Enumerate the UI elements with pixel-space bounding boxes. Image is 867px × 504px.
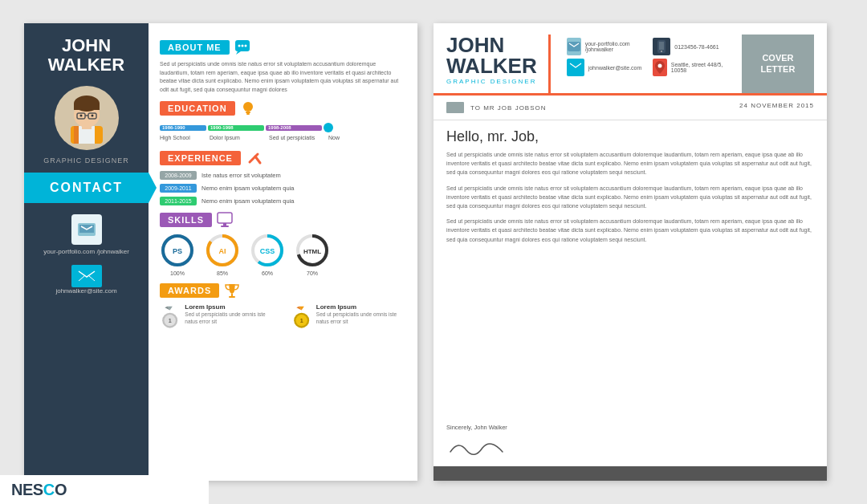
skill-ai-pct: 85% <box>217 270 228 276</box>
cover-email-icon <box>567 59 584 76</box>
exp-year-3: 2011-2015 <box>160 197 197 205</box>
cover-phone: 0123456-78-4661 <box>653 38 726 55</box>
cover-contact-grid: your-portfolio.com /johnwalker 0123456-7… <box>559 35 734 93</box>
signature <box>446 436 814 460</box>
education-label: EDUCATION <box>160 101 235 116</box>
mail-icon <box>71 265 102 287</box>
edu-label-3: Sed ut perspiciatis <box>269 135 325 140</box>
svg-point-22 <box>243 102 253 112</box>
experience-header: EXPERIENCE <box>160 150 406 166</box>
cover-address: Seattle, street 448/5, 10058 <box>653 59 726 76</box>
awards-header: AWARDS <box>160 282 406 299</box>
trophy-icon <box>224 282 240 299</box>
monitor-icon <box>217 212 234 228</box>
cover-address-icon <box>653 59 666 76</box>
svg-rect-6 <box>74 104 100 110</box>
svg-rect-28 <box>223 223 226 226</box>
resume-document: JOHN WALKER <box>24 23 417 481</box>
portfolio-text: your-portfolio.com /johnwalker <box>43 248 129 255</box>
education-timeline: 1986-1990 1990-1998 1998-2008 High Sch <box>160 123 406 144</box>
cover-greeting: Hello, mr. Job, <box>434 120 827 150</box>
skill-ai: AI 85% <box>205 233 240 276</box>
awards-list: 1 Lorem Ipsum Sed ut perspiciatis unde o… <box>160 303 406 332</box>
svg-marker-18 <box>236 51 241 55</box>
edu-label-1: High School <box>160 135 206 140</box>
award-1-desc: Sed ut perspiciatis unde omnis iste natu… <box>185 311 275 325</box>
award-2-title: Lorem Ipsum <box>316 303 406 311</box>
exp-year-2: 2009-2011 <box>160 184 197 193</box>
skill-html: HTML 70% <box>295 233 330 276</box>
svg-rect-42 <box>231 294 233 296</box>
cover-name: JOHN WALKER <box>446 35 537 76</box>
exp-text-1: Iste natus error sit voluptatem <box>201 172 281 179</box>
svg-rect-43 <box>229 296 235 298</box>
cover-letter-badge: COVER LETTER <box>742 35 814 93</box>
svg-point-20 <box>241 45 243 47</box>
portfolio-icon <box>71 214 102 245</box>
exp-text-3: Nemo enim ipsam voluptatem quia <box>201 197 294 205</box>
cover-meta: TO MR JOB JOBSON 24 NOVEMBER 2015 <box>434 96 827 120</box>
svg-text:CSS: CSS <box>260 247 275 255</box>
svg-rect-24 <box>246 113 250 115</box>
cover-body: Sed ut perspiciatis unde omnis iste natu… <box>434 150 827 421</box>
resume-sidebar: JOHN WALKER <box>24 23 149 481</box>
email-contact: johnwalker@site.com <box>55 265 116 295</box>
skills-header: SKILLS <box>160 212 406 228</box>
cover-name-block: JOHN WALKER GRAPHIC DESIGNER <box>446 35 551 93</box>
resume-name: JOHN WALKER <box>42 36 131 75</box>
award-2: 1 Lorem Ipsum Sed ut perspiciatis unde o… <box>291 303 407 332</box>
svg-point-11 <box>91 115 93 117</box>
cover-para-2: Sed ut perspiciatis unde omnis iste natu… <box>446 184 814 211</box>
svg-text:1: 1 <box>169 318 172 324</box>
svg-line-26 <box>255 156 260 163</box>
exp-row-3: 2011-2015 Nemo enim ipsam voluptatem qui… <box>160 197 406 205</box>
skill-css-pct: 60% <box>262 270 273 276</box>
cover-header: JOHN WALKER GRAPHIC DESIGNER your-portfo… <box>434 23 827 96</box>
cover-para-3: Sed ut perspiciatis unde omnis iste natu… <box>446 217 814 244</box>
skill-ps-pct: 100% <box>170 270 185 276</box>
svg-point-10 <box>79 115 82 117</box>
award-medal-2: 1 <box>291 303 311 332</box>
skill-css: CSS 60% <box>250 233 285 276</box>
about-text: Sed ut perspiciatis unde omnis iste natu… <box>160 60 406 94</box>
sidebar-title: GRAPHIC DESIGNER <box>43 156 129 165</box>
portfolio-contact: your-portfolio.com /johnwalker <box>43 214 129 255</box>
svg-rect-27 <box>218 213 232 223</box>
svg-rect-29 <box>221 226 229 227</box>
svg-point-21 <box>244 45 246 47</box>
cover-date: 24 NOVEMBER 2015 <box>739 102 814 113</box>
svg-text:PS: PS <box>173 247 182 255</box>
svg-text:1: 1 <box>299 318 303 324</box>
award-1: 1 Lorem Ipsum Sed ut perspiciatis unde o… <box>160 303 275 332</box>
svg-text:AI: AI <box>219 247 226 255</box>
cover-portfolio: your-portfolio.com /johnwalker <box>567 38 642 55</box>
exp-row-1: 2008-2009 Iste natus error sit voluptate… <box>160 171 406 180</box>
edu-label-4: Now <box>328 135 344 140</box>
svg-point-19 <box>238 45 240 47</box>
about-label: ABOUT ME <box>160 40 230 55</box>
award-1-title: Lorem Ipsum <box>185 303 275 311</box>
cover-portfolio-icon <box>567 38 581 55</box>
tools-icon <box>246 150 263 166</box>
svg-line-15 <box>79 276 84 281</box>
awards-label: AWARDS <box>160 283 219 298</box>
cover-para-1: Sed ut perspiciatis unde omnis iste natu… <box>446 150 814 177</box>
award-medal-1: 1 <box>160 303 180 332</box>
chat-icon <box>234 39 250 55</box>
experience-label: EXPERIENCE <box>160 151 241 165</box>
brand-bar: NES C O <box>0 475 209 504</box>
bulb-icon <box>240 100 256 116</box>
brand-name: NES C O <box>11 481 209 499</box>
cover-letter-document: JOHN WALKER GRAPHIC DESIGNER your-portfo… <box>434 23 827 481</box>
cover-subtitle: GRAPHIC DESIGNER <box>446 78 537 85</box>
skill-html-pct: 70% <box>307 270 318 276</box>
svg-line-16 <box>89 276 95 281</box>
email-text: johnwalker@site.com <box>55 287 116 295</box>
experience-list: 2008-2009 Iste natus error sit voluptate… <box>160 171 406 205</box>
cover-phone-text: 0123456-78-4661 <box>674 44 718 50</box>
award-2-desc: Sed ut perspiciatis unde omnis iste natu… <box>316 311 406 325</box>
svg-point-57 <box>661 51 662 52</box>
about-header: ABOUT ME <box>160 39 406 55</box>
contact-banner: CONTACT <box>24 173 149 203</box>
svg-rect-56 <box>659 42 664 50</box>
